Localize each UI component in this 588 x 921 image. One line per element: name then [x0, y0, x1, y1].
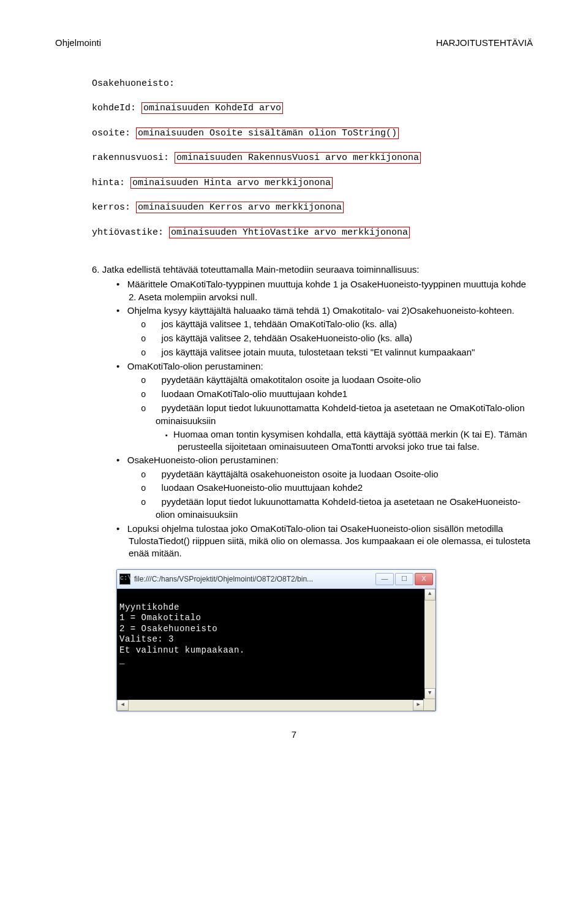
code-l4-box: ominaisuuden RakennusVuosi arvo merkkijo… [175, 152, 421, 164]
maximize-button[interactable]: ☐ [395, 573, 413, 585]
bullet-omakotitalo-heading: OmaKotiTalo-olion perustaminen: [116, 360, 533, 373]
console-cursor: _ [119, 656, 125, 665]
close-button[interactable]: X [415, 573, 433, 585]
code-l4-label: rakennusvuosi: [92, 153, 175, 163]
code-l6-label: kerros: [92, 202, 136, 213]
code-l2-label: kohdeId: [92, 103, 141, 113]
console-window: c:\ file:///C:/hans/VSProjektit/Ohjelmoi… [116, 569, 436, 711]
bullet-okt-step1: pyydetään käyttäjältä omakotitalon osoit… [141, 374, 533, 387]
code-l5: hinta: ominaisuuden Hinta arvo merkkijon… [92, 177, 533, 189]
bullet-ask-user: Ohjelma kysyy käyttäjältä haluaako tämä … [116, 305, 533, 317]
bullet-okt-step2: luodaan OmaKotiTalo-olio muuttujaan kohd… [141, 388, 533, 401]
code-l3-label: osoite: [92, 128, 136, 138]
bullet-finally: Lopuksi ohjelma tulostaa joko OmaKotiTal… [116, 523, 533, 560]
bullet-osakehuoneisto-heading: OsakeHuoneisto-olion perustaminen: [116, 454, 533, 466]
console-titlebar[interactable]: c:\ file:///C:/hans/VSProjektit/Ohjelmoi… [117, 570, 435, 589]
bullet-osh-step1: pyydetään käyttäjältä osakehuoneiston os… [141, 468, 533, 481]
horizontal-scrollbar[interactable]: ◀ ▶ [117, 700, 424, 711]
bullet-define-vars: Määrittele OmaKotiTalo-tyyppinen muuttuj… [116, 278, 533, 303]
bullet-okt-step3: pyydetään loput tiedot lukuunottamatta K… [141, 402, 533, 427]
vertical-scrollbar[interactable]: ▲ ▼ [424, 589, 435, 700]
bullet-choice-1: jos käyttäjä valitsee 1, tehdään OmaKoti… [141, 318, 533, 331]
code-l1: Osakehuoneisto: [92, 78, 533, 90]
code-l5-box: ominaisuuden Hinta arvo merkkijonona [130, 177, 333, 189]
code-l3-box: ominaisuuden Osoite sisältämän olion ToS… [136, 127, 399, 139]
bullet-choice-else: jos käyttäjä valitsee jotain muuta, tulo… [141, 346, 533, 359]
console-body[interactable]: Myyntikohde 1 = Omakotitalo 2 = Osakehuo… [117, 589, 435, 711]
code-l2-box: ominaisuuden KohdeId arvo [141, 102, 283, 114]
window-buttons: — ☐ X [375, 573, 433, 585]
console-title: file:///C:/hans/VSProjektit/Ohjelmointi/… [134, 574, 375, 584]
console-line-3: 2 = Osakehuoneisto [119, 624, 217, 634]
hscroll-track[interactable] [129, 700, 413, 711]
console-line-5: Et valinnut kumpaakaan. [119, 645, 245, 655]
code-l3: osoite: ominaisuuden Osoite sisältämän o… [92, 127, 533, 140]
code-l7-label: yhtiövastike: [92, 227, 169, 238]
header-left: Ohjelmointi [55, 37, 101, 49]
bullet-choice-2: jos käyttäjä valitsee 2, tehdään OsakeHu… [141, 332, 533, 345]
code-l5-label: hinta: [92, 178, 130, 188]
header-right: HARJOITUSTEHTÄVIÄ [436, 37, 533, 49]
page-header: Ohjelmointi HARJOITUSTEHTÄVIÄ [55, 37, 533, 49]
code-l7-box: ominaisuuden YhtioVastike arvo merkkijon… [169, 227, 410, 238]
bullet-okt-note: Huomaa oman tontin kysymisen kohdalla, e… [165, 428, 533, 453]
console-line-2: 1 = Omakotitalo [119, 613, 202, 623]
page-number: 7 [55, 729, 533, 741]
console-icon: c:\ [119, 574, 130, 585]
code-l4: rakennusvuosi: ominaisuuden RakennusVuos… [92, 152, 533, 164]
console-line-1: Myyntikohde [119, 602, 179, 612]
scrollbar-corner [423, 699, 435, 711]
task-heading: 6. Jatka edellistä tehtävää toteuttamall… [92, 263, 533, 276]
vscroll-track[interactable] [424, 601, 435, 688]
code-block: Osakehuoneisto: kohdeId: ominaisuuden Ko… [92, 65, 533, 251]
console-line-4: Valitse: 3 [119, 634, 174, 644]
code-l6: kerros: ominaisuuden Kerros arvo merkkij… [92, 202, 533, 214]
bullet-osh-step3: pyydetään loput tiedot lukuunottamatta K… [141, 496, 533, 521]
minimize-button[interactable]: — [375, 573, 394, 585]
scroll-left-button[interactable]: ◀ [117, 700, 129, 711]
code-l7: yhtiövastike: ominaisuuden YhtioVastike … [92, 227, 533, 239]
scroll-up-button[interactable]: ▲ [424, 589, 435, 601]
code-l6-box: ominaisuuden Kerros arvo merkkijonona [136, 202, 344, 213]
code-l2: kohdeId: ominaisuuden KohdeId arvo [92, 102, 533, 115]
bullet-osh-step2: luodaan OsakeHuoneisto-olio muuttujaan k… [141, 482, 533, 495]
